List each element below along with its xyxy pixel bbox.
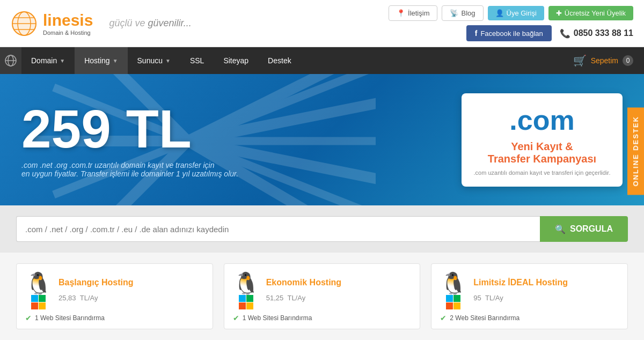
- package-info: Limitsiz İDEAL Hosting 95 TL/Ay: [473, 278, 568, 304]
- package-header: 🐧 Başlangıç Hosting 25,83 TL/Ay: [25, 272, 204, 309]
- header: linesis Domain & Hosting güçlü ve güveni…: [0, 0, 644, 47]
- package-feature: ✔ 1 Web Sitesi Barındırma: [25, 314, 204, 322]
- location-icon: 📍: [397, 9, 405, 17]
- nav-item-sunucu[interactable]: Sunucu ▼: [128, 47, 180, 74]
- cart-label: Sepetim: [591, 56, 618, 65]
- package-ideal: 🐧 Limitsiz İDEAL Hosting 95 TL/Ay ✔ 2 We…: [431, 263, 628, 329]
- nav-cart[interactable]: 🛒 Sepetim 0: [573, 54, 644, 67]
- nav-item-hosting[interactable]: Hosting ▼: [75, 47, 127, 74]
- tagline-italic: güvenilir...: [148, 18, 191, 28]
- tagline-normal: güçlü ve: [109, 18, 148, 28]
- package-price: 51,25 TL/Ay: [266, 287, 341, 304]
- penguin-icon: 🐧: [440, 272, 467, 294]
- header-top-buttons: 📍 İletişim 📡 Blog 👤 Üye Girişi ✚ Ücretsi…: [389, 5, 633, 21]
- package-price: 95 TL/Ay: [473, 287, 568, 304]
- nav-item-destek[interactable]: Destek: [258, 47, 301, 74]
- banner-desc: .com .net .org .com.tr uzantılı domain k…: [21, 161, 462, 178]
- banner-desc-1: uzantılı domain kayıt ve transfer için: [94, 161, 214, 169]
- facebook-button[interactable]: f Facebook ile bağlan: [466, 25, 552, 41]
- package-name: Ekonomik Hosting: [266, 278, 341, 287]
- search-section: 🔍 SORGULA: [0, 205, 644, 253]
- penguin-icon: 🐧: [233, 272, 260, 294]
- uye-giris-button[interactable]: 👤 Üye Girişi: [488, 6, 544, 20]
- cart-icon: 🛒: [573, 54, 587, 67]
- ucretsiz-uyelik-button[interactable]: ✚ Ücretsiz Yeni Üyelik: [548, 6, 633, 20]
- user-icon: 👤: [495, 9, 504, 17]
- banner-ext-highlight: .com .net .org .com.tr: [21, 161, 92, 169]
- domain-ext: .com: [472, 104, 612, 136]
- nav-globe-icon: [0, 47, 21, 74]
- package-feature: ✔ 1 Web Sitesi Barındırma: [233, 314, 412, 322]
- header-bottom-buttons: f Facebook ile bağlan 📞 0850 333 88 11: [466, 25, 633, 41]
- nav-item-siteyap[interactable]: Siteyap: [214, 47, 258, 74]
- banner-price: 259 TL: [21, 102, 462, 156]
- windows-icon: [446, 295, 461, 309]
- phone-number: 📞 0850 333 88 11: [560, 28, 633, 39]
- package-header: 🐧 Ekonomik Hosting 51,25 TL/Ay: [233, 272, 412, 309]
- logo-brand: linesis: [43, 11, 93, 29]
- tagline: güçlü ve güvenilir...: [109, 18, 191, 29]
- search-icon: 🔍: [555, 224, 566, 234]
- facebook-icon: f: [475, 29, 478, 38]
- package-icons: 🐧: [440, 272, 467, 309]
- check-icon: ✔: [440, 314, 447, 322]
- nav-item-domain[interactable]: Domain ▼: [21, 47, 75, 74]
- nav-item-ssl[interactable]: SSL: [180, 47, 214, 74]
- plus-icon: ✚: [556, 9, 562, 17]
- phone-icon: 📞: [560, 28, 570, 39]
- banner: 259 TL .com .net .org .com.tr uzantılı d…: [0, 74, 644, 205]
- iletisim-button[interactable]: 📍 İletişim: [389, 5, 437, 21]
- domain-note: .com uzantılı domain kayıt ve transferi …: [472, 169, 612, 176]
- dropdown-arrow: ▼: [165, 58, 171, 64]
- campaign-title: Yeni Kayıt & Transfer Kampanyası: [472, 141, 612, 165]
- cart-badge: 0: [623, 55, 633, 66]
- dropdown-arrow: ▼: [113, 58, 118, 64]
- dropdown-arrow: ▼: [60, 58, 65, 64]
- packages-section: 🐧 Başlangıç Hosting 25,83 TL/Ay ✔ 1 Web …: [0, 253, 644, 340]
- header-right: 📍 İletişim 📡 Blog 👤 Üye Girişi ✚ Ücretsi…: [389, 5, 633, 41]
- package-info: Ekonomik Hosting 51,25 TL/Ay: [266, 278, 341, 304]
- penguin-icon: 🐧: [25, 272, 52, 294]
- search-button[interactable]: 🔍 SORGULA: [540, 216, 628, 242]
- globe-icon: [11, 10, 38, 37]
- banner-right: .com Yeni Kayıt & Transfer Kampanyası .c…: [462, 93, 623, 187]
- online-destek-sidebar[interactable]: ONLINE DESTEK: [627, 107, 644, 195]
- blog-button[interactable]: 📡 Blog: [442, 5, 483, 21]
- logo-text-area: linesis Domain & Hosting: [43, 11, 93, 36]
- check-icon: ✔: [233, 314, 239, 322]
- logo-area: linesis Domain & Hosting güçlü ve güveni…: [11, 10, 192, 37]
- logo-subtitle: Domain & Hosting: [43, 29, 93, 36]
- package-ekonomik: 🐧 Ekonomik Hosting 51,25 TL/Ay ✔ 1 Web S…: [224, 263, 421, 329]
- package-header: 🐧 Limitsiz İDEAL Hosting 95 TL/Ay: [440, 272, 619, 309]
- nav-items: Domain ▼ Hosting ▼ Sunucu ▼ SSL Siteyap …: [21, 47, 573, 74]
- windows-icon: [239, 295, 254, 309]
- windows-icon: [31, 295, 46, 309]
- package-info: Başlangıç Hosting 25,83 TL/Ay: [58, 278, 134, 304]
- rss-icon: 📡: [450, 9, 458, 17]
- package-name: Limitsiz İDEAL Hosting: [473, 278, 568, 287]
- banner-left: 259 TL .com .net .org .com.tr uzantılı d…: [21, 102, 462, 178]
- package-baslangic: 🐧 Başlangıç Hosting 25,83 TL/Ay ✔ 1 Web …: [16, 263, 213, 329]
- domain-box: .com Yeni Kayıt & Transfer Kampanyası .c…: [462, 93, 623, 187]
- nav: Domain ▼ Hosting ▼ Sunucu ▼ SSL Siteyap …: [0, 47, 644, 74]
- banner-desc-2: en uygun fiyatlar. Transfer işlemi ile d…: [21, 169, 238, 178]
- package-icons: 🐧: [25, 272, 52, 309]
- package-icons: 🐧: [233, 272, 260, 309]
- package-feature: ✔ 2 Web Sitesi Barındırma: [440, 314, 619, 322]
- domain-search-input[interactable]: [16, 216, 540, 242]
- package-name: Başlangıç Hosting: [58, 278, 134, 287]
- package-price: 25,83 TL/Ay: [58, 287, 134, 304]
- check-icon: ✔: [25, 314, 32, 322]
